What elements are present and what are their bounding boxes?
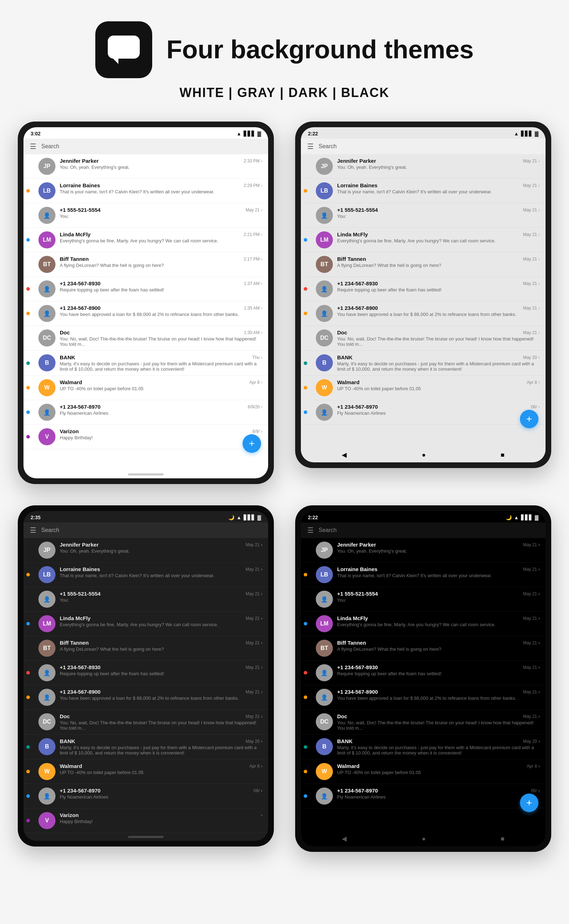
msg-list-gray: JP Jennifer Parker May 21 › You: Oh, yea… <box>301 154 546 446</box>
msg-time: May 20 <box>523 739 537 744</box>
list-item[interactable]: 👤 +1 555-521-5554 May 21 › You: <box>301 203 546 228</box>
nav-home-gray[interactable]: ● <box>422 451 426 459</box>
nav-recent-black[interactable]: ■ <box>501 835 505 843</box>
msg-time: May 21 <box>246 665 260 670</box>
msg-content: Varizon 6/9/ › Happy Birthday! <box>60 428 262 440</box>
list-item[interactable]: JP Jennifer Parker May 21 › You: Oh, yea… <box>301 538 546 563</box>
msg-preview: You have been approved a loan for $ 88,0… <box>60 695 262 701</box>
list-item[interactable]: W Walmard Apr 8 › UP TO -40% on toilet p… <box>301 376 546 400</box>
list-item[interactable]: LB Lorraine Baines 2:29 PM › That is you… <box>23 179 268 203</box>
fab-white[interactable]: + <box>242 434 261 453</box>
search-bar-gray[interactable]: ☰ Search <box>301 139 546 154</box>
chevron-icon: › <box>539 567 540 572</box>
list-item[interactable]: BT Biff Tannen May 21 › A flying DeLorea… <box>301 252 546 277</box>
list-item[interactable]: 👤 +1 234-567-8930 May 21 › Require toppi… <box>301 277 546 301</box>
msg-content: Lorraine Baines May 21 › That is your na… <box>337 566 540 578</box>
list-item[interactable]: LB Lorraine Baines May 21 › That is your… <box>301 563 546 587</box>
list-item[interactable]: 👤 +1 234-567-8930 May 21 › Require toppi… <box>23 661 268 685</box>
list-item[interactable]: BT Biff Tannen May 21 › A flying DeLorea… <box>301 636 546 661</box>
msg-time: May 21 <box>246 591 260 596</box>
msg-time: May 21 <box>523 306 537 311</box>
msg-preview: Marty, it's easy to decide on purchases … <box>337 361 540 372</box>
list-item[interactable]: LM Linda McFly May 21 › Everything's gon… <box>23 611 268 636</box>
msg-preview: Happy Birthday! <box>60 435 262 440</box>
msg-time: May 21 <box>523 616 537 621</box>
nav-back-black[interactable]: ◀ <box>342 835 347 843</box>
home-indicator-white <box>128 473 164 475</box>
list-item[interactable]: B BANK May 20 › Marty, it's easy to deci… <box>301 734 546 759</box>
list-item[interactable]: BT Biff Tannen 2:17 PM › A flying DeLore… <box>23 252 268 277</box>
msg-header: Lorraine Baines 2:29 PM › <box>60 182 262 188</box>
msg-header: +1 234-567-8970 06/ › <box>337 404 540 410</box>
msg-preview: Everything's gonna be fine, Marty. Are y… <box>337 238 540 243</box>
list-item[interactable]: LM Linda McFly May 21 › Everything's gon… <box>301 611 546 636</box>
msg-preview: A flying DeLorean? What the hell is goin… <box>337 262 540 268</box>
list-item[interactable]: LB Lorraine Baines May 21 › That is your… <box>301 179 546 203</box>
list-item[interactable]: DC Doc May 21 › You: No, wait, Doc! The-… <box>301 710 546 734</box>
list-item[interactable]: 👤 +1 234-567-8900 May 21 › You have been… <box>301 685 546 710</box>
nav-home-black[interactable]: ● <box>422 835 426 843</box>
list-item[interactable]: V Varizon › Happy Birthday! <box>23 809 268 833</box>
list-item[interactable]: 👤 +1 555-521-5554 May 21 › You: <box>301 587 546 611</box>
chevron-icon: › <box>261 788 262 793</box>
list-item[interactable]: DC Doc 1:30 AM › You: No, wait, Doc! The… <box>23 326 268 351</box>
contact-name: Walmard <box>337 763 359 769</box>
list-item[interactable]: 👤 +1 234-567-8970 6/9/20 › Fly Noamerica… <box>23 400 268 425</box>
fab-gray[interactable]: + <box>520 410 539 428</box>
phone-black: 2:22 🌙 ▲ ▋▋▋ ▓ ☰ Search JP <box>295 505 551 852</box>
list-item[interactable]: B BANK Thu › Marty, it's easy to decide … <box>23 351 268 376</box>
list-item[interactable]: JP Jennifer Parker 2:33 PM › You: Oh, ye… <box>23 154 268 179</box>
list-item[interactable]: W Walmard Apr 8 › UP TO -40% on toilet p… <box>23 376 268 400</box>
contact-name: Doc <box>337 713 347 719</box>
list-item[interactable]: 👤 +1 234-567-8900 1:35 AM › You have bee… <box>23 301 268 326</box>
list-item[interactable]: 👤 +1 555-521-5554 May 21 › You: <box>23 587 268 611</box>
list-item[interactable]: V Varizon 6/9/ › Happy Birthday! <box>23 425 268 449</box>
msg-time: May 21 <box>523 640 537 645</box>
list-item[interactable]: DC Doc May 21 › You: No, wait, Doc! The-… <box>301 326 546 351</box>
msg-header: Biff Tannen May 21 › <box>337 640 540 646</box>
fab-black[interactable]: + <box>520 794 539 812</box>
msg-time: 6/9/20 <box>248 404 260 410</box>
list-item[interactable]: 👤 +1 234-567-8930 1:37 AM › Require topp… <box>23 277 268 301</box>
list-item[interactable]: 👤 +1 234-567-8970 06/ › Fly Noamerican A… <box>23 784 268 809</box>
list-item[interactable]: 👤 +1 234-567-8930 May 21 › Require toppi… <box>301 661 546 685</box>
msg-preview: UP TO -40% on toilet paper before 01.05 <box>337 386 540 391</box>
msg-time: May 21 <box>523 567 537 572</box>
list-item[interactable]: B BANK May 20 › Marty, it's easy to deci… <box>301 351 546 376</box>
list-item[interactable]: LM Linda McFly May 21 › Everything's gon… <box>301 228 546 252</box>
nav-recent-gray[interactable]: ■ <box>501 451 505 459</box>
nav-back-gray[interactable]: ◀ <box>342 451 347 459</box>
avatar: 👤 <box>316 305 333 322</box>
list-item[interactable]: JP Jennifer Parker May 21 › You: Oh, yea… <box>301 154 546 179</box>
search-bar-black[interactable]: ☰ Search <box>301 522 546 538</box>
msg-content: Linda McFly May 21 › Everything's gonna … <box>60 615 262 627</box>
chevron-icon: › <box>539 256 540 262</box>
list-item[interactable]: 👤 +1 234-567-8900 May 21 › You have been… <box>301 301 546 326</box>
list-item[interactable]: 👤 +1 234-567-8970 06/ › Fly Noamerican A… <box>301 400 546 425</box>
list-item[interactable]: BT Biff Tannen May 21 › A flying DeLorea… <box>23 636 268 661</box>
avatar: B <box>38 738 55 755</box>
list-item[interactable]: 👤 +1 234-567-8900 May 21 › You have been… <box>23 685 268 710</box>
menu-icon-gray[interactable]: ☰ <box>307 142 313 151</box>
list-item[interactable]: 👤 +1 234-567-8970 06/ › Fly Noamerican A… <box>301 784 546 809</box>
list-item[interactable]: LM Linda McFly 2:21 PM › Everything's go… <box>23 228 268 252</box>
menu-icon-dark[interactable]: ☰ <box>30 526 36 534</box>
list-item[interactable]: W Walmard Apr 8 › UP TO -40% on toilet p… <box>23 759 268 784</box>
list-item[interactable]: JP Jennifer Parker May 21 › You: Oh, yea… <box>23 538 268 563</box>
list-item[interactable]: DC Doc May 21 › You: No, wait, Doc! The-… <box>23 710 268 734</box>
avatar: 👤 <box>316 664 333 681</box>
theme-labels: WHITE | GRAY | DARK | BLACK <box>180 85 389 100</box>
list-item[interactable]: 👤 +1 555-521-5554 May 21 › You: <box>23 203 268 228</box>
list-item[interactable]: LB Lorraine Baines May 21 › That is your… <box>23 563 268 587</box>
chevron-icon: › <box>539 764 540 769</box>
search-bar-dark[interactable]: ☰ Search <box>23 522 268 538</box>
list-item[interactable]: B BANK May 20 › Marty, it's easy to deci… <box>23 734 268 759</box>
list-item[interactable]: W Walmard Apr 8 › UP TO -40% on toilet p… <box>301 759 546 784</box>
menu-icon-black[interactable]: ☰ <box>307 526 313 534</box>
chevron-icon: › <box>261 208 262 212</box>
msg-content: +1 234-567-8930 May 21 › Require topping… <box>337 281 540 293</box>
msg-preview: You: No, wait, Doc! The-the-the-the brui… <box>337 336 540 347</box>
chevron-icon: › <box>261 689 262 695</box>
search-bar-white[interactable]: ☰ Search <box>23 139 268 154</box>
menu-icon-white[interactable]: ☰ <box>30 142 36 151</box>
